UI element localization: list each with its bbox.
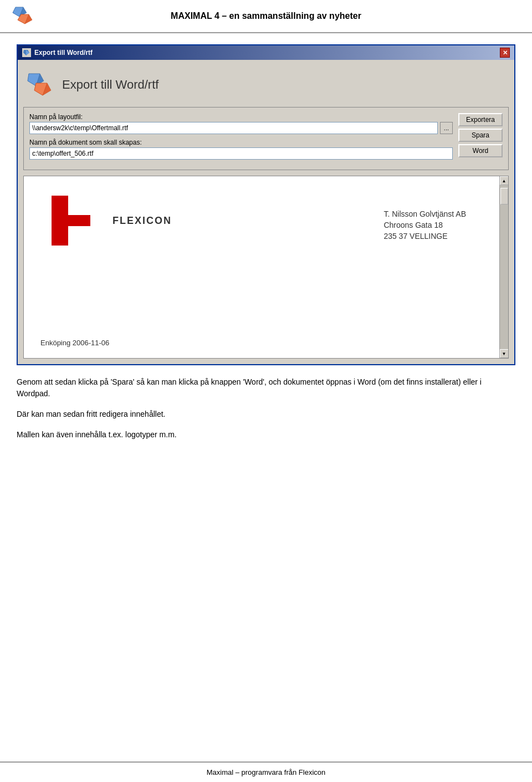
company-street: Chroons Gata 18 (383, 221, 466, 229)
svg-rect-13 (68, 209, 90, 215)
preview-area: FLEXICON T. Nilsson Golvtjänst AB Chroon… (23, 176, 509, 359)
page-content: Export till Word/rtf ✕ Export till Word/… (0, 33, 532, 761)
company-city: 235 37 VELLINGE (383, 232, 466, 241)
svg-rect-12 (68, 196, 96, 209)
header-logo (11, 4, 36, 29)
page-header: MAXIMAL 4 – en sammanställning av nyhete… (0, 0, 532, 33)
dialog-header-section: Export till Word/rtf (23, 65, 509, 107)
body-text-1: Genom att sedan klicka på 'Spara' så kan… (17, 376, 515, 400)
dialog-form-section: Namn på layoutfil: ... Namn på dokument … (23, 107, 509, 170)
body-text-3: Mallen kan även innehålla t.ex. logotype… (17, 429, 515, 441)
scrollbar-track (500, 185, 508, 349)
dialog-titlebar-text: Export till Word/rtf (34, 49, 93, 57)
spara-button[interactable]: Spara (458, 129, 503, 142)
browse-button[interactable]: ... (440, 122, 453, 134)
dialog-main-title: Export till Word/rtf (62, 78, 158, 92)
dialog-close-button[interactable]: ✕ (500, 48, 510, 58)
layout-file-label: Namn på layoutfil: (29, 113, 453, 121)
doc-name-input[interactable] (29, 147, 453, 160)
layout-file-row: ... (29, 122, 453, 134)
preview-content: FLEXICON T. Nilsson Golvtjänst AB Chroon… (24, 176, 499, 358)
layout-file-input[interactable] (29, 122, 438, 134)
body-text-2: Där kan man sedan fritt redigera innehål… (17, 408, 515, 420)
page-footer: Maximal – programvara från Flexicon (0, 761, 532, 782)
preview-scrollbar: ▲ ▼ (499, 176, 508, 358)
exportera-button[interactable]: Exportera (458, 113, 503, 126)
company-info: T. Nilsson Golvtjänst AB Chroons Gata 18… (383, 209, 466, 243)
company-name: T. Nilsson Golvtjänst AB (383, 209, 466, 218)
dialog-title-icon (22, 48, 31, 57)
page-title: MAXIMAL 4 – en sammanställning av nyhete… (171, 11, 361, 21)
word-button[interactable]: Word (458, 144, 503, 157)
scrollbar-down-button[interactable]: ▼ (500, 349, 509, 358)
titlebar-left: Export till Word/rtf (22, 48, 93, 57)
footer-text: Maximal – programvara från Flexicon (207, 768, 326, 776)
dialog-body: Export till Word/rtf Namn på layoutfil: … (18, 60, 514, 364)
dialog-form-fields: Namn på layoutfil: ... Namn på dokument … (29, 113, 453, 164)
doc-name-label: Namn på dokument som skall skapas: (29, 139, 453, 146)
dialog-window: Export till Word/rtf ✕ Export till Word/… (17, 44, 515, 365)
form-actions: Exportera Spara Word (458, 113, 503, 164)
flexicon-brand-text: FLEXICON (112, 215, 172, 227)
doc-name-row (29, 147, 453, 160)
dialog-titlebar: Export till Word/rtf ✕ (18, 45, 514, 60)
flexicon-f-svg (40, 187, 107, 254)
preview-date: Enköping 2006-11-06 (40, 339, 109, 347)
dialog-header-icon (26, 71, 54, 99)
scrollbar-thumb[interactable] (500, 188, 508, 205)
scrollbar-up-button[interactable]: ▲ (500, 176, 509, 185)
